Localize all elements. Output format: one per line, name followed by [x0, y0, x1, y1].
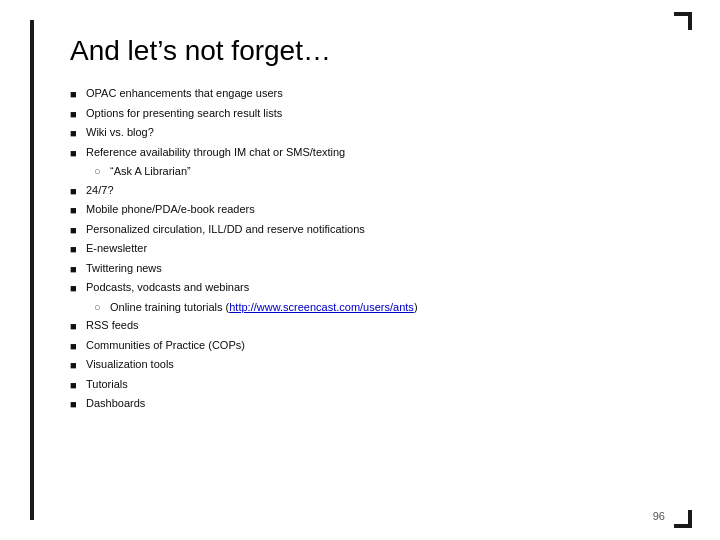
bullet-icon: ■ — [70, 338, 78, 355]
sub-bullet-text: Online training tutorials (http://www.sc… — [110, 299, 418, 316]
sub-bullet-text: “Ask A Librarian” — [110, 163, 191, 180]
bullet-text: Twittering news — [86, 260, 162, 277]
sub-bullet-icon: ○ — [94, 299, 102, 316]
bullet-text: E-newsletter — [86, 240, 147, 257]
bullet-icon: ■ — [70, 377, 78, 394]
bullet-icon: ■ — [70, 86, 78, 103]
list-item: ■ Reference availability through IM chat… — [70, 144, 670, 162]
sub-list-item: ○ Online training tutorials (http://www.… — [94, 299, 670, 316]
content-area: ■ OPAC enhancements that engage users ■ … — [70, 85, 670, 413]
list-item: ■ Wiki vs. blog? — [70, 124, 670, 142]
list-item: ■ Communities of Practice (COPs) — [70, 337, 670, 355]
bullet-icon: ■ — [70, 396, 78, 413]
bullet-text: RSS feeds — [86, 317, 139, 334]
bullet-text: Reference availability through IM chat o… — [86, 144, 345, 161]
list-item: ■ Dashboards — [70, 395, 670, 413]
list-item: ■ Personalized circulation, ILL/DD and r… — [70, 221, 670, 239]
list-item: ■ Options for presenting search result l… — [70, 105, 670, 123]
bullet-icon: ■ — [70, 318, 78, 335]
sub-list-item: ○ “Ask A Librarian” — [94, 163, 670, 180]
left-border-decoration — [30, 20, 34, 520]
bullet-text: Tutorials — [86, 376, 128, 393]
bullet-icon: ■ — [70, 125, 78, 142]
bullet-icon: ■ — [70, 183, 78, 200]
list-item: ■ Tutorials — [70, 376, 670, 394]
slide-title: And let’s not forget… — [70, 35, 670, 67]
bullet-icon: ■ — [70, 106, 78, 123]
bullet-icon: ■ — [70, 280, 78, 297]
bullet-text: Visualization tools — [86, 356, 174, 373]
bullet-text: OPAC enhancements that engage users — [86, 85, 283, 102]
bottom-right-bracket-decoration — [674, 510, 692, 528]
bullet-text: Personalized circulation, ILL/DD and res… — [86, 221, 365, 238]
bullet-icon: ■ — [70, 357, 78, 374]
list-item: ■ Podcasts, vodcasts and webinars — [70, 279, 670, 297]
list-item: ■ E-newsletter — [70, 240, 670, 258]
list-item: ■ Visualization tools — [70, 356, 670, 374]
slide: And let’s not forget… ■ OPAC enhancement… — [0, 0, 720, 540]
bullet-icon: ■ — [70, 241, 78, 258]
list-item: ■ RSS feeds — [70, 317, 670, 335]
screencast-link[interactable]: http://www.screencast.com/users/ants — [229, 301, 414, 313]
top-right-bracket-decoration — [674, 12, 692, 30]
list-item: ■ Twittering news — [70, 260, 670, 278]
sub-bullet-icon: ○ — [94, 163, 102, 180]
bullet-text: Dashboards — [86, 395, 145, 412]
bullet-text: 24/7? — [86, 182, 114, 199]
bullet-icon: ■ — [70, 145, 78, 162]
list-item: ■ Mobile phone/PDA/e-book readers — [70, 201, 670, 219]
bullet-text: Podcasts, vodcasts and webinars — [86, 279, 249, 296]
bullet-text: Options for presenting search result lis… — [86, 105, 282, 122]
slide-number: 96 — [653, 510, 665, 522]
list-item: ■ 24/7? — [70, 182, 670, 200]
bullet-icon: ■ — [70, 261, 78, 278]
bullet-text: Wiki vs. blog? — [86, 124, 154, 141]
bullet-text: Mobile phone/PDA/e-book readers — [86, 201, 255, 218]
bullet-text: Communities of Practice (COPs) — [86, 337, 245, 354]
list-item: ■ OPAC enhancements that engage users — [70, 85, 670, 103]
bullet-icon: ■ — [70, 202, 78, 219]
bullet-icon: ■ — [70, 222, 78, 239]
